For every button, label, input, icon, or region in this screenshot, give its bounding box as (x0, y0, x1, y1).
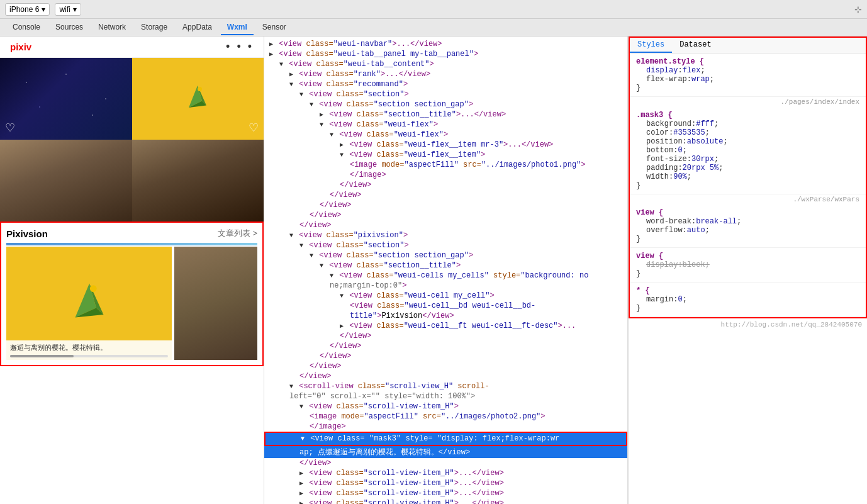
dom-line[interactable]: ▼ <view class="section"> (264, 89, 627, 99)
dom-line[interactable]: ▶ <view class="weui-cell__ft weui-cell__… (264, 321, 627, 331)
dom-line[interactable]: ▼ <view class="weui-cell my_cell"> (264, 291, 627, 301)
dom-line[interactable]: <image mode="aspectFill" src="../images/… (264, 160, 627, 170)
dom-line[interactable]: </view> (264, 190, 627, 200)
dom-line[interactable]: </view> (264, 331, 627, 341)
dom-line[interactable]: </view> (264, 200, 627, 210)
heart-icon-left[interactable]: ♡ (5, 121, 15, 135)
collapse-icon[interactable]: ▼ (299, 91, 303, 98)
collapse-icon[interactable]: ▼ (289, 383, 293, 390)
dom-line[interactable]: </image> (264, 422, 627, 432)
star-overlay (0, 58, 132, 140)
dom-line[interactable]: </view> (264, 458, 627, 468)
dom-line[interactable]: ▼ <view class="recommand"> (264, 79, 627, 89)
tab-sources[interactable]: Sources (49, 20, 89, 35)
dom-line[interactable]: ▶ <view class="scroll-view-item_H">...</… (264, 488, 627, 498)
collapse-icon[interactable]: ▼ (320, 121, 323, 128)
collapse-icon[interactable]: ▶ (299, 470, 303, 477)
dom-line[interactable]: ▼ <scroll-view class="scroll-view_H" scr… (264, 381, 627, 391)
dom-line[interactable]: ▼ <view class="pixivsion"> (264, 230, 627, 240)
tab-console[interactable]: Console (6, 20, 47, 35)
collapse-icon[interactable]: ▼ (289, 81, 293, 88)
collapse-icon[interactable]: ▼ (330, 272, 333, 279)
dom-line[interactable]: </view> (264, 371, 627, 381)
pixivsion-header: Pixivsion 文章列表 > (6, 228, 257, 239)
dom-line[interactable]: </view> (264, 180, 627, 190)
collapse-icon[interactable]: ▼ (289, 232, 293, 239)
dom-line[interactable]: </image> (264, 170, 627, 180)
dom-line[interactable]: ne;margin-top:0"> (264, 281, 627, 291)
dom-line[interactable]: ▶ <view class="weui-tab__panel my-tab__p… (264, 49, 627, 59)
heart-icon-right[interactable]: ♡ (249, 121, 259, 135)
dom-line[interactable]: ▼ <view class="weui-tab__content"> (264, 59, 627, 69)
dom-line[interactable]: ▶ <view class="rank">...</view> (264, 69, 627, 79)
dom-line[interactable]: <image mode="aspectFill" src="../images/… (264, 412, 627, 422)
dom-line[interactable]: ▶ <view class="weui-flex__item mr-3">...… (264, 140, 627, 150)
dom-line[interactable]: ▼ <view class="section section_gap"> (264, 250, 627, 260)
pix-main-image: 邂逅与离别的樱花。樱花特辑。 (6, 247, 172, 360)
caption-text: 邂逅与离别的樱花。樱花特辑。 (10, 343, 168, 352)
pixivsion-images: 邂逅与离别的樱花。樱花特辑。 (6, 247, 257, 360)
collapse-icon[interactable]: ▶ (289, 71, 293, 78)
dom-line[interactable]: ▶ <view class="weui-navbar">...</view> (264, 39, 627, 49)
svg-point-3 (198, 87, 202, 91)
dom-line[interactable]: <view class="weui-cell__bd weui-cell__bd… (264, 301, 627, 311)
tab-appdata[interactable]: AppData (176, 20, 218, 35)
collapse-icon[interactable]: ▶ (340, 323, 344, 330)
style-block-star: * { margin:0; } (630, 283, 866, 317)
dom-selected-line[interactable]: ▼ <view class= "mask3" style= "display: … (264, 432, 627, 446)
dom-line[interactable]: ▼ <view class="weui-flex__item"> (264, 150, 627, 160)
dom-line[interactable]: ▼ <view class="section__title"> (264, 260, 627, 271)
collapse-icon[interactable]: ▼ (299, 403, 303, 410)
cursor-icon[interactable]: ⊹ (854, 4, 862, 14)
style-block-element: element.style { display:flex; flex-wrap:… (630, 53, 866, 97)
dom-line[interactable]: </view> (264, 341, 627, 351)
dom-line[interactable]: ▶ <view class="scroll-view-item_H">...</… (264, 468, 627, 478)
collapse-icon[interactable]: ▶ (299, 500, 303, 504)
collapse-icon[interactable]: ▼ (310, 252, 313, 259)
collapse-icon[interactable]: ▼ (320, 262, 323, 269)
tab-styles[interactable]: Styles (630, 38, 672, 53)
dom-line[interactable]: ▼ <view class="section section_gap"> (264, 99, 627, 109)
dom-line[interactable]: left="0" scroll-x="" style="width: 100%"… (264, 391, 627, 401)
menu-dots: • • • (226, 40, 254, 53)
dom-line[interactable]: ▼ <view class="weui-cells my_cells" styl… (264, 271, 627, 281)
dom-line[interactable]: ▼ <view class="weui-flex"> (264, 120, 627, 130)
tab-sensor[interactable]: Sensor (256, 20, 293, 35)
collapse-icon[interactable]: ▶ (340, 142, 344, 148)
dom-line[interactable]: ▶ <view class="scroll-view-item_H">...</… (264, 498, 627, 504)
collapse-icon[interactable]: ▼ (299, 242, 303, 249)
dom-line[interactable]: </view> (264, 351, 627, 361)
dom-line[interactable]: ▶ <view class="section__title">...</view… (264, 109, 627, 120)
chevron-down-icon-2: ▾ (73, 5, 77, 14)
tab-network[interactable]: Network (92, 20, 132, 35)
dom-line[interactable]: title">Pixivsion</view> (264, 311, 627, 321)
collapse-icon[interactable]: ▶ (299, 480, 303, 487)
collapse-icon[interactable]: ▶ (320, 111, 323, 118)
collapse-icon[interactable]: ▼ (330, 132, 333, 138)
wifi-selector[interactable]: wifi ▾ (55, 3, 81, 16)
collapse-icon[interactable]: ▼ (279, 61, 283, 68)
article-link[interactable]: 文章列表 > (218, 228, 257, 239)
device-selector[interactable]: iPhone 6 ▾ (5, 3, 50, 16)
collapse-icon[interactable]: ▶ (269, 41, 273, 48)
dom-line[interactable]: </view> (264, 210, 627, 220)
dom-line[interactable]: </view> (264, 220, 627, 230)
phone-header: pixiv • • • (0, 36, 264, 58)
collapse-icon[interactable]: ▼ (340, 293, 344, 300)
tab-dataset[interactable]: Dataset (672, 38, 719, 53)
collapse-icon[interactable]: ▶ (269, 51, 273, 58)
dom-line[interactable]: ▶ <view class="scroll-view-item_H">...</… (264, 478, 627, 488)
collapse-icon[interactable]: ▼ (310, 101, 313, 108)
tab-wxml[interactable]: Wxml (221, 20, 254, 35)
dom-line[interactable]: ▼ <view class="weui-flex"> (264, 130, 627, 140)
dom-line[interactable]: ▼ <view class="scroll-view-item_H"> (264, 401, 627, 412)
collapse-icon[interactable]: ▶ (299, 490, 303, 497)
tab-storage[interactable]: Storage (135, 20, 174, 35)
top-toolbar: iPhone 6 ▾ wifi ▾ ⊹ (0, 0, 867, 19)
dom-selected-line-2[interactable]: ap; 点缀邂逅与离别的樱花。樱花特辑。</view> (264, 446, 627, 458)
dom-line[interactable]: ▼ <view class="section"> (264, 240, 627, 250)
collapse-icon[interactable]: ▼ (340, 152, 344, 159)
style-block-mask3: .mask3 { background:#fff; color:#353535;… (630, 107, 866, 194)
collapse-icon[interactable]: ▼ (301, 435, 305, 442)
dom-line[interactable]: </view> (264, 361, 627, 371)
